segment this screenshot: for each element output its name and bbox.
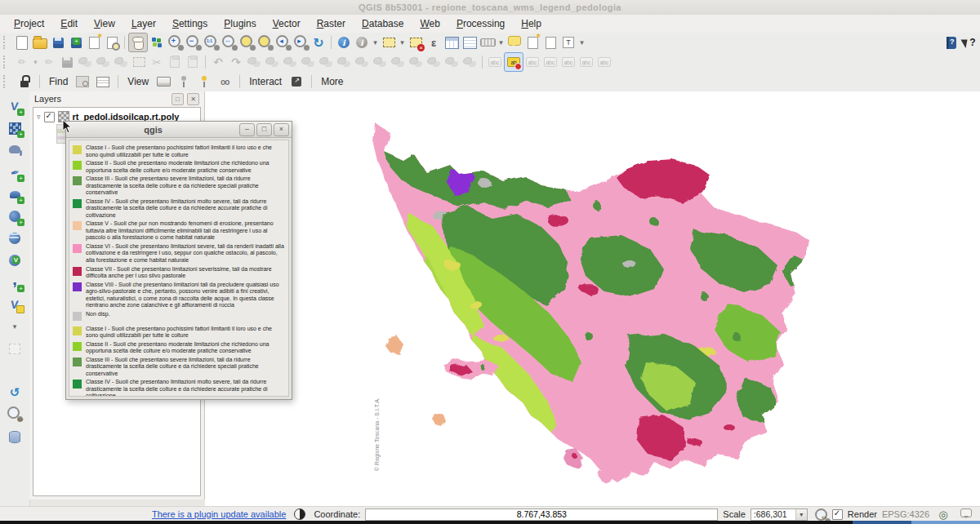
pin-yellow-icon[interactable] bbox=[195, 73, 213, 91]
digitize-with-segment-icon[interactable] bbox=[76, 53, 94, 71]
interact-label[interactable]: Interact bbox=[246, 76, 285, 87]
statistical-summary-icon[interactable] bbox=[461, 33, 479, 51]
rotate-feature-icon[interactable] bbox=[245, 53, 263, 71]
move-label-icon[interactable] bbox=[559, 53, 577, 71]
show-bookmarks-icon[interactable] bbox=[541, 33, 559, 51]
interact-icon[interactable] bbox=[287, 73, 305, 91]
simplify-feature-icon[interactable] bbox=[263, 53, 281, 71]
link-icon[interactable] bbox=[216, 73, 234, 91]
add-wms-layer-icon[interactable] bbox=[5, 206, 24, 226]
run-feature-action-icon[interactable] bbox=[353, 33, 371, 51]
vertex-tool-icon[interactable] bbox=[112, 53, 130, 71]
layout-manager-icon[interactable] bbox=[103, 33, 121, 51]
dropdown-icon[interactable] bbox=[31, 53, 40, 71]
trim-extend-icon[interactable] bbox=[461, 53, 479, 71]
map-tips-icon[interactable] bbox=[506, 33, 523, 51]
layer-visibility-checkbox[interactable] bbox=[44, 112, 55, 122]
pin-gray-icon[interactable] bbox=[175, 73, 193, 91]
reshape-features-icon[interactable] bbox=[371, 53, 389, 71]
view-tray-icon[interactable] bbox=[154, 73, 172, 91]
toolbar-handle[interactable] bbox=[3, 75, 10, 88]
select-by-expression-icon[interactable] bbox=[425, 33, 443, 51]
menu-web[interactable]: Web bbox=[412, 16, 447, 31]
text-annotation-icon[interactable] bbox=[559, 33, 577, 51]
dropdown-icon[interactable] bbox=[398, 33, 407, 51]
add-postgis-layer-icon[interactable] bbox=[5, 140, 24, 160]
zoom-in-icon[interactable] bbox=[166, 33, 184, 51]
rotate-label-icon[interactable] bbox=[577, 53, 595, 71]
dialog-titlebar[interactable]: qgis – □ × bbox=[66, 122, 292, 138]
change-label-icon[interactable] bbox=[595, 53, 613, 71]
merge-features-icon[interactable] bbox=[443, 53, 461, 71]
delete-ring-icon[interactable] bbox=[335, 53, 353, 71]
menu-vector[interactable]: Vector bbox=[265, 16, 308, 31]
save-project-icon[interactable] bbox=[49, 33, 67, 51]
lock-icon[interactable] bbox=[16, 73, 33, 91]
fill-ring-icon[interactable] bbox=[317, 53, 335, 71]
add-part-icon[interactable] bbox=[299, 53, 317, 71]
select-features-icon[interactable] bbox=[380, 33, 398, 51]
whats-this-icon[interactable] bbox=[960, 33, 978, 51]
pan-map-icon[interactable] bbox=[128, 33, 148, 52]
add-polygon-feature-icon[interactable] bbox=[94, 53, 112, 71]
add-wcs-layer-icon[interactable] bbox=[5, 229, 24, 248]
dropdown-icon[interactable] bbox=[5, 317, 24, 336]
new-temporary-scratch-layer-icon[interactable] bbox=[5, 339, 24, 358]
label-options-icon[interactable] bbox=[504, 52, 523, 72]
magnifier-edit-icon[interactable] bbox=[813, 507, 827, 522]
db-manager-icon[interactable] bbox=[5, 427, 24, 446]
current-edits-icon[interactable] bbox=[13, 53, 31, 71]
pan-to-selection-icon[interactable] bbox=[148, 33, 166, 51]
delete-selected-icon[interactable] bbox=[130, 53, 148, 71]
refresh-map-icon[interactable] bbox=[310, 33, 327, 51]
coordinate-input[interactable] bbox=[365, 508, 718, 521]
menu-processing[interactable]: Processing bbox=[449, 16, 512, 31]
minimize-icon[interactable]: – bbox=[239, 123, 255, 136]
paste-features-icon[interactable] bbox=[184, 53, 202, 71]
window-titlebar[interactable]: QGIS 8b53001 - regione_toscana_wms_legen… bbox=[0, 0, 980, 15]
toggle-editing-icon[interactable] bbox=[40, 53, 58, 71]
add-ring-icon[interactable] bbox=[281, 53, 299, 71]
add-vector-layer-icon[interactable] bbox=[5, 96, 24, 116]
find-grid-icon[interactable] bbox=[94, 73, 112, 91]
zoom-full-icon[interactable] bbox=[220, 33, 238, 51]
maximize-icon[interactable]: □ bbox=[256, 123, 272, 136]
plugin-update-link[interactable]: There is a plugin update available bbox=[152, 509, 287, 519]
new-bookmark-icon[interactable] bbox=[523, 33, 541, 51]
zoom-to-selection-icon[interactable] bbox=[256, 33, 274, 51]
find-label[interactable]: Find bbox=[46, 76, 71, 87]
redo-icon[interactable] bbox=[227, 53, 245, 71]
expander-icon[interactable]: ▿ bbox=[37, 113, 41, 121]
delete-part-icon[interactable] bbox=[353, 53, 371, 71]
offset-curve-icon[interactable] bbox=[389, 53, 407, 71]
toolbar-handle[interactable] bbox=[3, 56, 10, 69]
view-label[interactable]: View bbox=[124, 76, 152, 87]
open-project-icon[interactable] bbox=[31, 33, 49, 51]
metasearch-icon[interactable] bbox=[5, 405, 24, 424]
layer-labeling-icon[interactable] bbox=[486, 53, 504, 71]
find-search-icon[interactable] bbox=[74, 73, 91, 91]
cut-features-icon[interactable] bbox=[148, 53, 166, 71]
new-print-layout-icon[interactable] bbox=[85, 33, 103, 51]
new-shapefile-layer-icon[interactable] bbox=[5, 295, 24, 314]
measure-icon[interactable] bbox=[479, 33, 497, 51]
zoom-native-resolution-icon[interactable] bbox=[202, 33, 220, 51]
zoom-next-icon[interactable] bbox=[292, 33, 310, 51]
more-label[interactable]: More bbox=[318, 76, 346, 87]
menu-database[interactable]: Database bbox=[354, 16, 411, 31]
chevron-down-icon[interactable]: ▾ bbox=[795, 509, 807, 520]
panel-float-button[interactable]: □ bbox=[172, 93, 184, 105]
identify-features-icon[interactable] bbox=[335, 33, 353, 51]
dropdown-icon[interactable] bbox=[371, 33, 380, 51]
menu-edit[interactable]: Edit bbox=[53, 16, 85, 31]
add-wfs-layer-icon[interactable] bbox=[5, 251, 24, 270]
add-spatialite-layer-icon[interactable] bbox=[5, 162, 24, 182]
new-project-icon[interactable] bbox=[13, 33, 31, 51]
close-icon[interactable]: × bbox=[274, 123, 289, 136]
highlight-pinned-labels-icon[interactable] bbox=[541, 53, 559, 71]
dropdown-icon[interactable] bbox=[497, 33, 506, 51]
zoom-last-icon[interactable] bbox=[274, 33, 292, 51]
menu-layer[interactable]: Layer bbox=[124, 16, 163, 31]
menu-plugins[interactable]: Plugins bbox=[216, 16, 263, 31]
undo-icon[interactable] bbox=[209, 53, 227, 71]
